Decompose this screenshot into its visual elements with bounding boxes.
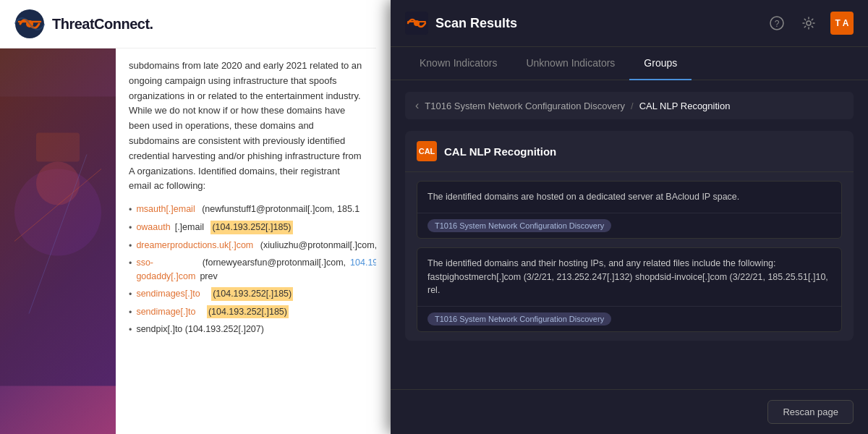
breadcrumb-parent: T1016 System Network Configuration Disco… bbox=[425, 101, 625, 111]
indicator-detail: (fornewyearsfun@protonmail[.]com, prev bbox=[200, 256, 346, 284]
indicator-link[interactable]: dreamerproductions.uk[.]com bbox=[136, 239, 253, 252]
tag-pill-2[interactable]: T1016 System Network Configuration Disco… bbox=[427, 312, 611, 326]
tc-logo-small-icon bbox=[405, 12, 428, 35]
tabs-bar: Known Indicators Unknown Indicators Grou… bbox=[391, 47, 868, 80]
breadcrumb-back-button[interactable]: ‹ bbox=[415, 99, 419, 112]
list-item: dreamerproductions.uk[.]com (xiuliuzhu@p… bbox=[129, 239, 363, 253]
logo: ThreatConnect. bbox=[14, 9, 153, 39]
indicator-detail: [.]email bbox=[175, 221, 207, 234]
article-paragraph: subdomains from late 2020 and early 2021… bbox=[129, 59, 363, 194]
threatconnect-logo-icon bbox=[14, 9, 45, 39]
indicator-link[interactable]: sendimages[.]to bbox=[136, 287, 200, 301]
tab-unknown-indicators[interactable]: Unknown Indicators bbox=[511, 47, 629, 80]
description-item-2: The identified domains and their hosting… bbox=[417, 247, 842, 332]
list-item: sendpix[.]to (104.193.252[.]207) bbox=[129, 323, 363, 337]
svg-text:?: ? bbox=[775, 19, 780, 29]
svg-point-12 bbox=[807, 21, 811, 25]
indicator-link[interactable]: sendimage[.]to bbox=[136, 305, 195, 319]
svg-rect-7 bbox=[36, 133, 80, 162]
list-item: sso-godaddy[.]com (fornewyearsfun@proton… bbox=[129, 256, 363, 284]
tab-groups[interactable]: Groups bbox=[629, 47, 692, 80]
indicator-link-blue[interactable]: 104.193.252[.]185 bbox=[350, 256, 376, 270]
indicator-link[interactable]: owaauth bbox=[136, 221, 170, 234]
indicator-detail: sendpix[.]to (104.193.252[.]207) bbox=[136, 323, 264, 336]
breadcrumb-current: CAL NLP Recognition bbox=[639, 101, 731, 111]
indicator-link[interactable]: sso-godaddy[.]com bbox=[136, 256, 195, 284]
help-button[interactable]: ? bbox=[767, 13, 787, 33]
list-item: msauth[.]email (newfunstuff1@protonmail[… bbox=[129, 203, 363, 217]
svg-point-9 bbox=[414, 20, 420, 26]
article-content: subdomains from late 2020 and early 2021… bbox=[0, 48, 376, 434]
article-image bbox=[0, 48, 116, 434]
indicator-highlight: (104.193.252[.]185) bbox=[211, 287, 293, 301]
panel-header: Scan Results ? T A bbox=[391, 0, 868, 47]
indicator-detail bbox=[200, 305, 202, 319]
svg-point-4 bbox=[36, 162, 80, 205]
svg-line-5 bbox=[14, 169, 101, 242]
user-avatar-button[interactable]: T A bbox=[830, 12, 854, 35]
panel-header-icons: ? T A bbox=[767, 12, 854, 35]
group-name: CAL NLP Recognition bbox=[444, 145, 556, 158]
app-name: ThreatConnect. bbox=[52, 16, 153, 33]
list-item: sendimage[.]to (104.193.252[.]185) bbox=[129, 305, 363, 320]
app-header: ThreatConnect. bbox=[0, 0, 376, 48]
tab-known-indicators[interactable]: Known Indicators bbox=[405, 47, 511, 80]
panel-footer: Rescan page bbox=[391, 389, 868, 434]
article-text-body: subdomains from late 2020 and early 2021… bbox=[116, 48, 376, 434]
list-item: sendimages[.]to (104.193.252[.]185) bbox=[129, 287, 363, 302]
rescan-button[interactable]: Rescan page bbox=[767, 400, 854, 424]
group-badge: CAL bbox=[417, 141, 437, 161]
left-panel: ThreatConnect. subdomains from late 2020… bbox=[0, 0, 376, 434]
panel-title: Scan Results bbox=[435, 16, 517, 31]
description-item-1: The identified domains are hosted on a d… bbox=[417, 181, 842, 239]
panel-title-group: Scan Results bbox=[405, 12, 517, 35]
breadcrumb-separator: / bbox=[631, 101, 634, 111]
desc-text-1: The identified domains are hosted on a d… bbox=[417, 182, 841, 213]
svg-rect-2 bbox=[0, 97, 116, 386]
indicator-link[interactable]: msauth[.]email bbox=[136, 203, 195, 216]
group-card: CAL CAL NLP Recognition The identified d… bbox=[405, 131, 854, 341]
svg-line-6 bbox=[29, 155, 87, 314]
breadcrumb: ‹ T1016 System Network Configuration Dis… bbox=[405, 92, 854, 119]
desc-tag-row-2: T1016 System Network Configuration Disco… bbox=[417, 307, 841, 331]
indicator-highlight: (104.193.252[.]185) bbox=[210, 221, 292, 234]
desc-text-2: The identified domains and their hosting… bbox=[417, 248, 841, 307]
indicator-detail bbox=[205, 287, 207, 301]
indicator-highlight: (104.193.252[.]185) bbox=[207, 305, 289, 319]
desc-tag-row-1: T1016 System Network Configuration Disco… bbox=[417, 213, 841, 238]
settings-button[interactable] bbox=[799, 13, 819, 33]
group-card-header: CAL CAL NLP Recognition bbox=[405, 131, 854, 172]
scan-results-panel: Scan Results ? T A Known Indicators Unkn… bbox=[391, 0, 868, 434]
indicator-list: msauth[.]email (newfunstuff1@protonmail[… bbox=[129, 203, 363, 337]
indicator-detail: (xiuliuzhu@protonmail[.]com, bbox=[258, 239, 376, 252]
list-item: owaauth [.]email (104.193.252[.]185) bbox=[129, 221, 363, 235]
tag-pill-1[interactable]: T1016 System Network Configuration Disco… bbox=[427, 219, 611, 232]
panel-content: ‹ T1016 System Network Configuration Dis… bbox=[391, 80, 868, 389]
svg-point-3 bbox=[14, 169, 101, 256]
indicator-detail: (newfunstuff1@protonmail[.]com, 185.1 bbox=[200, 203, 360, 216]
